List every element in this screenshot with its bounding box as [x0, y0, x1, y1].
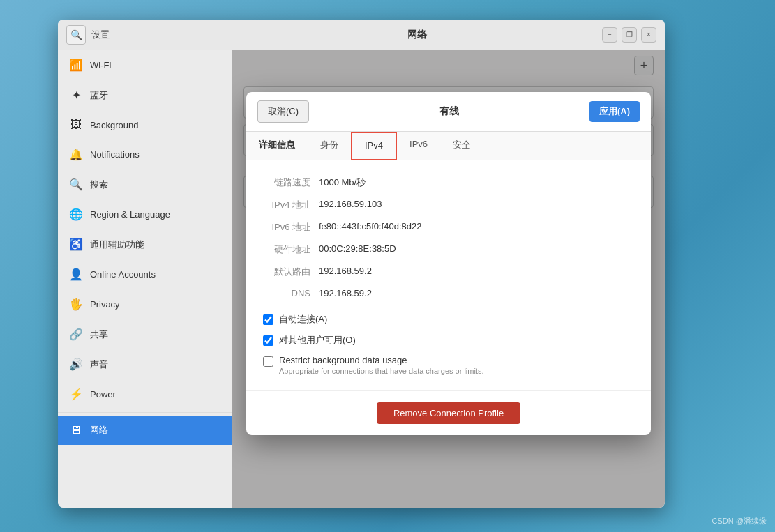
network-icon: 🖥 [69, 424, 83, 436]
sidebar-item-bluetooth-label: 蓝牙 [90, 89, 108, 102]
settings-window: 🔍 设置 网络 − ❐ × 📶 Wi-Fi ✦ 蓝牙 🖼 Background [58, 20, 665, 508]
sidebar-item-power-label: Power [90, 389, 116, 400]
sidebar-item-accessibility-label: 通用辅助功能 [90, 238, 144, 251]
ipv6-value: fe80::443f:c5f0:f40d:8d22 [319, 221, 421, 234]
window-controls: − ❐ × [602, 27, 665, 43]
sound-icon: 🔊 [69, 358, 83, 371]
sidebar-item-background-label: Background [90, 120, 138, 130]
sidebar-item-privacy[interactable]: 🖐 Privacy [58, 289, 232, 319]
sidebar-item-bluetooth[interactable]: ✦ 蓝牙 [58, 80, 232, 110]
accessibility-icon: ♿ [69, 238, 83, 251]
background-icon: 🖼 [69, 119, 83, 131]
sidebar-item-online-accounts[interactable]: 👤 Online Accounts [58, 259, 232, 289]
dialog-tabs: 详细信息 身份 IPv4 IPv6 安全 [246, 132, 651, 160]
sidebar-item-notifications-label: Notifications [90, 149, 140, 160]
sidebar-item-privacy-label: Privacy [90, 299, 120, 310]
wifi-icon: 📶 [69, 59, 83, 72]
info-row-gateway: 默认路由 192.168.59.2 [263, 261, 634, 283]
tab-security[interactable]: 安全 [440, 132, 483, 160]
search-icon: 🔍 [69, 178, 83, 191]
auto-connect-label: 自动连接(A) [279, 313, 327, 326]
notifications-icon: 🔔 [69, 148, 83, 161]
dns-label: DNS [263, 288, 319, 298]
sidebar-item-search[interactable]: 🔍 搜索 [58, 169, 232, 199]
info-row-ipv6: IPv6 地址 fe80::443f:c5f0:f40d:8d22 [263, 216, 634, 238]
auto-connect-checkbox[interactable] [263, 314, 273, 325]
restrict-text: Restrict background data usage Appropria… [279, 355, 484, 375]
sidebar-item-network[interactable]: 🖥 网络 [58, 416, 232, 445]
info-row-hardware: 硬件地址 00:0C:29:8E:38:5D [263, 238, 634, 261]
dialog-overlay: 取消(C) 有线 应用(A) 详细信息 身份 IPv4 IPv6 安全 [232, 50, 665, 508]
network-panel-title: 网络 [232, 29, 602, 41]
content-area: 📶 Wi-Fi ✦ 蓝牙 🖼 Background 🔔 Notification… [58, 50, 665, 508]
info-row-dns: DNS 192.168.59.2 [263, 283, 634, 303]
sidebar: 📶 Wi-Fi ✦ 蓝牙 🖼 Background 🔔 Notification… [58, 50, 232, 508]
gateway-value: 192.168.59.2 [319, 266, 372, 278]
restrict-checkbox[interactable] [263, 356, 273, 367]
region-icon: 🌐 [69, 208, 83, 221]
close-button[interactable]: × [641, 27, 656, 43]
minimize-button[interactable]: − [602, 27, 617, 43]
tab-ipv6[interactable]: IPv6 [397, 132, 440, 160]
dialog-header: 取消(C) 有线 应用(A) [246, 92, 651, 132]
bluetooth-icon: ✦ [69, 89, 83, 102]
wired-dialog: 取消(C) 有线 应用(A) 详细信息 身份 IPv4 IPv6 安全 [246, 92, 651, 435]
tab-identity[interactable]: 身份 [308, 132, 351, 160]
sidebar-item-power[interactable]: ⚡ Power [58, 379, 232, 409]
info-row-speed: 链路速度 1000 Mb/秒 [263, 172, 634, 194]
maximize-button[interactable]: ❐ [622, 27, 637, 43]
sidebar-item-online-accounts-label: Online Accounts [90, 269, 156, 280]
tab-details[interactable]: 详细信息 [246, 132, 308, 160]
title-bar-left: 🔍 设置 [58, 25, 232, 45]
sidebar-item-network-label: 网络 [90, 424, 108, 436]
hardware-label: 硬件地址 [263, 243, 319, 256]
dialog-body: 链路速度 1000 Mb/秒 IPv4 地址 192.168.59.103 IP… [246, 160, 651, 390]
sidebar-item-sound-label: 声音 [90, 358, 108, 371]
speed-label: 链路速度 [263, 176, 319, 189]
sidebar-item-background[interactable]: 🖼 Background [58, 110, 232, 139]
sidebar-item-region-label: Region & Language [90, 209, 170, 220]
sidebar-item-search-label: 搜索 [90, 178, 108, 191]
apply-button[interactable]: 应用(A) [589, 101, 640, 122]
sidebar-item-region[interactable]: 🌐 Region & Language [58, 199, 232, 229]
settings-title: 设置 [91, 29, 110, 41]
sidebar-item-sharing[interactable]: 🔗 共享 [58, 319, 232, 349]
power-icon: ⚡ [69, 388, 83, 401]
sharing-icon: 🔗 [69, 328, 83, 341]
gateway-label: 默认路由 [263, 266, 319, 278]
hardware-value: 00:0C:29:8E:38:5D [319, 243, 396, 256]
restrict-row: Restrict background data usage Appropria… [263, 351, 634, 379]
tab-ipv4[interactable]: IPv4 [351, 132, 397, 160]
other-users-row: 对其他用户可用(O) [263, 330, 634, 351]
main-panel: + ⚙ + ⚙ [232, 50, 665, 508]
online-accounts-icon: 👤 [69, 268, 83, 281]
sidebar-item-accessibility[interactable]: ♿ 通用辅助功能 [58, 229, 232, 259]
sidebar-separator [58, 412, 232, 413]
dialog-footer: Remove Connection Profile [246, 390, 651, 435]
auto-connect-row: 自动连接(A) [263, 309, 634, 330]
sidebar-item-notifications[interactable]: 🔔 Notifications [58, 139, 232, 169]
privacy-icon: 🖐 [69, 298, 83, 311]
ipv4-value: 192.168.59.103 [319, 199, 382, 211]
info-row-ipv4: IPv4 地址 192.168.59.103 [263, 194, 634, 216]
dns-value: 192.168.59.2 [319, 288, 372, 298]
watermark: CSDN @潘续缘 [712, 516, 767, 526]
ipv6-label: IPv6 地址 [263, 221, 319, 234]
sidebar-item-sound[interactable]: 🔊 声音 [58, 349, 232, 379]
ipv4-label: IPv4 地址 [263, 199, 319, 211]
sidebar-item-sharing-label: 共享 [90, 328, 108, 341]
speed-value: 1000 Mb/秒 [319, 176, 366, 189]
title-bar: 🔍 设置 网络 − ❐ × [58, 20, 665, 50]
dialog-title: 有线 [315, 105, 584, 118]
restrict-label: Restrict background data usage [279, 355, 484, 365]
restrict-sublabel: Appropriate for connections that have da… [279, 367, 484, 375]
search-button[interactable]: 🔍 [66, 25, 86, 45]
sidebar-item-wifi[interactable]: 📶 Wi-Fi [58, 50, 232, 80]
other-users-label: 对其他用户可用(O) [279, 334, 356, 347]
cancel-button[interactable]: 取消(C) [257, 100, 309, 123]
other-users-checkbox[interactable] [263, 335, 273, 346]
remove-connection-button[interactable]: Remove Connection Profile [377, 402, 520, 424]
sidebar-item-wifi-label: Wi-Fi [90, 60, 111, 70]
